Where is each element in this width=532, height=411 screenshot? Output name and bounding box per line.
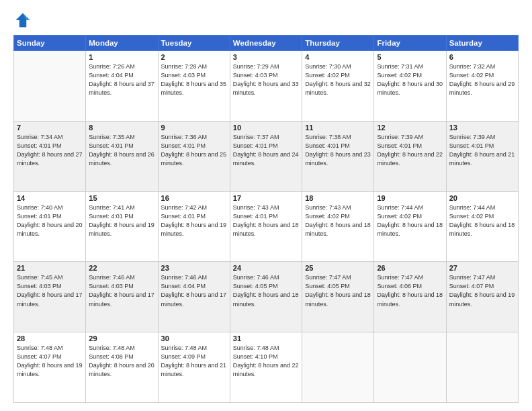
calendar-cell: 29 Sunrise: 7:48 AMSunset: 4:08 PMDaylig…: [86, 332, 158, 403]
day-info: Sunrise: 7:37 AMSunset: 4:01 PMDaylight:…: [233, 134, 299, 167]
day-number: 22: [89, 264, 154, 272]
calendar-cell: 12 Sunrise: 7:39 AMSunset: 4:01 PMDaylig…: [374, 121, 446, 191]
day-of-week-header: Thursday: [302, 36, 374, 51]
calendar-cell: 2 Sunrise: 7:28 AMSunset: 4:03 PMDayligh…: [158, 51, 230, 122]
day-info: Sunrise: 7:28 AMSunset: 4:03 PMDaylight:…: [161, 63, 227, 96]
day-info: Sunrise: 7:41 AMSunset: 4:01 PMDaylight:…: [89, 204, 154, 237]
day-number: 23: [161, 264, 227, 272]
calendar-cell: [14, 51, 86, 122]
day-of-week-header: Monday: [86, 36, 158, 51]
day-of-week-header: Sunday: [14, 36, 86, 51]
calendar-header-row: SundayMondayTuesdayWednesdayThursdayFrid…: [14, 36, 519, 51]
day-number: 11: [305, 124, 371, 132]
day-number: 15: [89, 194, 154, 202]
calendar-cell: 11 Sunrise: 7:38 AMSunset: 4:01 PMDaylig…: [302, 121, 374, 191]
calendar-cell: 22 Sunrise: 7:46 AMSunset: 4:03 PMDaylig…: [86, 262, 158, 332]
day-number: 12: [377, 124, 443, 132]
day-number: 4: [305, 53, 371, 61]
calendar-cell: 6 Sunrise: 7:32 AMSunset: 4:02 PMDayligh…: [446, 51, 518, 122]
calendar-cell: 18 Sunrise: 7:43 AMSunset: 4:02 PMDaylig…: [302, 191, 374, 262]
day-number: 8: [89, 124, 154, 132]
day-info: Sunrise: 7:48 AMSunset: 4:09 PMDaylight:…: [161, 345, 227, 377]
day-info: Sunrise: 7:45 AMSunset: 4:03 PMDaylight:…: [17, 274, 83, 307]
day-number: 25: [305, 264, 371, 272]
calendar-table: SundayMondayTuesdayWednesdayThursdayFrid…: [13, 35, 519, 403]
day-number: 30: [161, 334, 227, 342]
day-number: 5: [377, 53, 443, 61]
day-info: Sunrise: 7:47 AMSunset: 4:07 PMDaylight:…: [449, 274, 515, 307]
day-number: 9: [161, 124, 227, 132]
calendar-cell: 14 Sunrise: 7:40 AMSunset: 4:01 PMDaylig…: [14, 191, 86, 262]
calendar-cell: 13 Sunrise: 7:39 AMSunset: 4:01 PMDaylig…: [446, 121, 518, 191]
calendar-week-row: 14 Sunrise: 7:40 AMSunset: 4:01 PMDaylig…: [14, 191, 519, 262]
page: SundayMondayTuesdayWednesdayThursdayFrid…: [0, 0, 532, 411]
calendar-cell: 9 Sunrise: 7:36 AMSunset: 4:01 PMDayligh…: [158, 121, 230, 191]
calendar-cell: 7 Sunrise: 7:34 AMSunset: 4:01 PMDayligh…: [14, 121, 86, 191]
calendar-cell: 17 Sunrise: 7:43 AMSunset: 4:01 PMDaylig…: [230, 191, 302, 262]
calendar-week-row: 7 Sunrise: 7:34 AMSunset: 4:01 PMDayligh…: [14, 121, 519, 191]
day-info: Sunrise: 7:44 AMSunset: 4:02 PMDaylight:…: [449, 204, 515, 237]
day-number: 19: [377, 194, 443, 202]
calendar-cell: 30 Sunrise: 7:48 AMSunset: 4:09 PMDaylig…: [158, 332, 230, 403]
calendar-cell: 26 Sunrise: 7:47 AMSunset: 4:06 PMDaylig…: [374, 262, 446, 332]
day-info: Sunrise: 7:46 AMSunset: 4:05 PMDaylight:…: [233, 274, 299, 307]
calendar-cell: 3 Sunrise: 7:29 AMSunset: 4:03 PMDayligh…: [230, 51, 302, 122]
calendar-cell: [446, 332, 518, 403]
calendar-cell: 21 Sunrise: 7:45 AMSunset: 4:03 PMDaylig…: [14, 262, 86, 332]
calendar-cell: 24 Sunrise: 7:46 AMSunset: 4:05 PMDaylig…: [230, 262, 302, 332]
calendar-cell: 23 Sunrise: 7:46 AMSunset: 4:04 PMDaylig…: [158, 262, 230, 332]
calendar-cell: 15 Sunrise: 7:41 AMSunset: 4:01 PMDaylig…: [86, 191, 158, 262]
calendar-cell: 20 Sunrise: 7:44 AMSunset: 4:02 PMDaylig…: [446, 191, 518, 262]
day-info: Sunrise: 7:46 AMSunset: 4:04 PMDaylight:…: [161, 274, 227, 307]
day-of-week-header: Saturday: [446, 36, 518, 51]
calendar-cell: 8 Sunrise: 7:35 AMSunset: 4:01 PMDayligh…: [86, 121, 158, 191]
calendar-cell: 5 Sunrise: 7:31 AMSunset: 4:02 PMDayligh…: [374, 51, 446, 122]
day-info: Sunrise: 7:43 AMSunset: 4:02 PMDaylight:…: [305, 204, 371, 237]
day-info: Sunrise: 7:35 AMSunset: 4:01 PMDaylight:…: [89, 134, 154, 167]
day-of-week-header: Wednesday: [230, 36, 302, 51]
calendar-cell: 25 Sunrise: 7:47 AMSunset: 4:05 PMDaylig…: [302, 262, 374, 332]
logo-icon: [13, 11, 32, 30]
day-info: Sunrise: 7:39 AMSunset: 4:01 PMDaylight:…: [377, 134, 443, 167]
calendar-week-row: 1 Sunrise: 7:26 AMSunset: 4:04 PMDayligh…: [14, 51, 519, 122]
day-number: 21: [17, 264, 83, 272]
day-number: 29: [89, 334, 154, 342]
day-info: Sunrise: 7:29 AMSunset: 4:03 PMDaylight:…: [233, 63, 299, 96]
day-info: Sunrise: 7:39 AMSunset: 4:01 PMDaylight:…: [449, 134, 515, 167]
day-info: Sunrise: 7:26 AMSunset: 4:04 PMDaylight:…: [89, 63, 154, 96]
calendar-cell: [302, 332, 374, 403]
day-number: 31: [233, 334, 299, 342]
calendar-cell: 4 Sunrise: 7:30 AMSunset: 4:02 PMDayligh…: [302, 51, 374, 122]
day-number: 2: [161, 53, 227, 61]
calendar-cell: 16 Sunrise: 7:42 AMSunset: 4:01 PMDaylig…: [158, 191, 230, 262]
day-number: 7: [17, 124, 83, 132]
day-info: Sunrise: 7:43 AMSunset: 4:01 PMDaylight:…: [233, 204, 299, 237]
calendar-cell: 10 Sunrise: 7:37 AMSunset: 4:01 PMDaylig…: [230, 121, 302, 191]
day-info: Sunrise: 7:30 AMSunset: 4:02 PMDaylight:…: [305, 63, 371, 96]
day-of-week-header: Tuesday: [158, 36, 230, 51]
calendar-cell: [374, 332, 446, 403]
header: [13, 11, 519, 30]
calendar-cell: 28 Sunrise: 7:48 AMSunset: 4:07 PMDaylig…: [14, 332, 86, 403]
day-info: Sunrise: 7:31 AMSunset: 4:02 PMDaylight:…: [377, 63, 443, 96]
day-number: 20: [449, 194, 515, 202]
day-number: 13: [449, 124, 515, 132]
day-info: Sunrise: 7:48 AMSunset: 4:07 PMDaylight:…: [17, 345, 83, 377]
day-number: 27: [449, 264, 515, 272]
day-info: Sunrise: 7:46 AMSunset: 4:03 PMDaylight:…: [89, 274, 154, 307]
day-of-week-header: Friday: [374, 36, 446, 51]
day-number: 17: [233, 194, 299, 202]
day-info: Sunrise: 7:47 AMSunset: 4:06 PMDaylight:…: [377, 274, 443, 307]
day-number: 1: [89, 53, 154, 61]
day-number: 3: [233, 53, 299, 61]
day-number: 6: [449, 53, 515, 61]
day-info: Sunrise: 7:44 AMSunset: 4:02 PMDaylight:…: [377, 204, 443, 237]
day-number: 26: [377, 264, 443, 272]
day-info: Sunrise: 7:48 AMSunset: 4:10 PMDaylight:…: [233, 345, 299, 377]
day-info: Sunrise: 7:47 AMSunset: 4:05 PMDaylight:…: [305, 274, 371, 307]
day-number: 10: [233, 124, 299, 132]
day-info: Sunrise: 7:34 AMSunset: 4:01 PMDaylight:…: [17, 134, 83, 167]
day-number: 28: [17, 334, 83, 342]
day-info: Sunrise: 7:42 AMSunset: 4:01 PMDaylight:…: [161, 204, 227, 237]
day-info: Sunrise: 7:40 AMSunset: 4:01 PMDaylight:…: [17, 204, 83, 237]
